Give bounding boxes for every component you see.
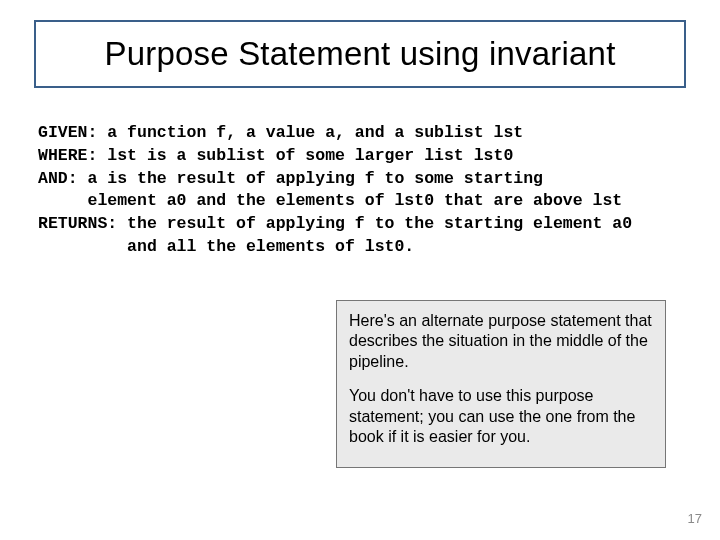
code-line: GIVEN: a function f, a value a, and a su… [38, 123, 523, 142]
code-line: WHERE: lst is a sublist of some larger l… [38, 146, 513, 165]
note-paragraph: You don't have to use this purpose state… [349, 386, 653, 447]
code-line: and all the elements of lst0. [38, 237, 414, 256]
slide-title: Purpose Statement using invariant [104, 35, 615, 73]
purpose-statement-code: GIVEN: a function f, a value a, and a su… [38, 122, 682, 259]
code-line: element a0 and the elements of lst0 that… [38, 191, 622, 210]
title-box: Purpose Statement using invariant [34, 20, 686, 88]
code-line: AND: a is the result of applying f to so… [38, 169, 543, 188]
code-line: RETURNS: the result of applying f to the… [38, 214, 632, 233]
page-number: 17 [688, 511, 702, 526]
note-paragraph: Here's an alternate purpose statement th… [349, 311, 653, 372]
note-box: Here's an alternate purpose statement th… [336, 300, 666, 468]
